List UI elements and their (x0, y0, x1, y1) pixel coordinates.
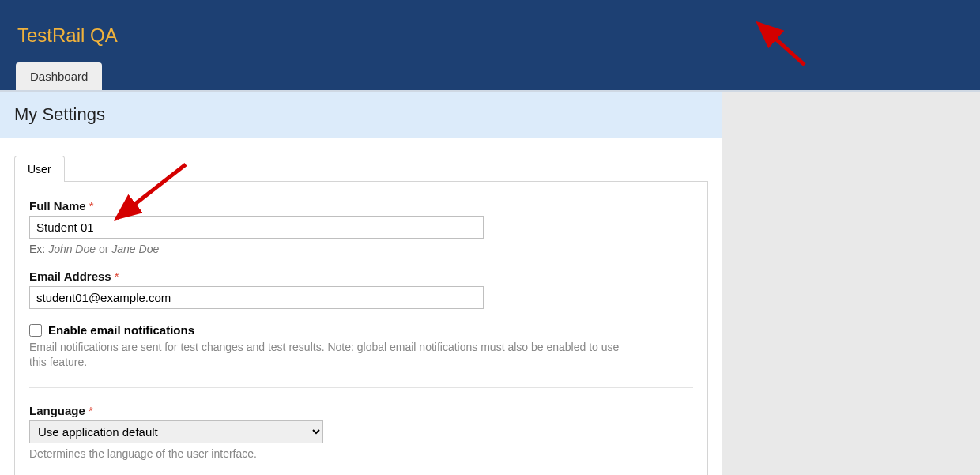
fullname-label-text: Full Name (29, 199, 86, 213)
notify-desc: Email notifications are sent for test ch… (29, 340, 630, 370)
nav-tabs: Dashboard (16, 62, 102, 90)
form-tabs: User (14, 156, 708, 182)
tab-dashboard[interactable]: Dashboard (16, 62, 102, 90)
field-fullname: Full Name * Ex: John Doe or Jane Doe (29, 199, 693, 255)
language-label-text: Language (29, 404, 85, 417)
field-email: Email Address * (29, 270, 693, 309)
hint-ex2: Jane Doe (111, 243, 159, 255)
required-mark: * (89, 404, 93, 417)
fullname-input[interactable] (29, 216, 484, 239)
field-language: Language * Use application default Deter… (29, 404, 693, 462)
field-notify: Enable email notifications Email notific… (29, 323, 693, 370)
hint-prefix: Ex: (29, 243, 48, 255)
email-label: Email Address * (29, 270, 693, 283)
brand-title: TestRail QA (17, 25, 118, 47)
required-mark: * (115, 270, 119, 283)
main-column: My Settings User Full Name * Ex: John Do… (0, 92, 722, 475)
language-label: Language * (29, 404, 693, 417)
language-desc: Determines the language of the user inte… (29, 447, 630, 462)
email-label-text: Email Address (29, 270, 111, 283)
divider (29, 387, 693, 388)
content: User Full Name * Ex: John Doe or Jane Do… (0, 138, 722, 475)
form-panel: Full Name * Ex: John Doe or Jane Doe Ema… (14, 181, 708, 475)
page-title-band: My Settings (0, 92, 722, 138)
email-input[interactable] (29, 286, 484, 309)
notify-label[interactable]: Enable email notifications (48, 323, 194, 337)
side-column (722, 92, 980, 475)
fullname-label: Full Name * (29, 199, 693, 213)
hint-mid: or (96, 243, 111, 255)
hint-ex1: John Doe (48, 243, 96, 255)
required-mark: * (89, 199, 94, 213)
page-title: My Settings (14, 104, 708, 125)
form-tab-user[interactable]: User (14, 156, 65, 182)
header: TestRail QA Dashboard (0, 0, 980, 92)
fullname-hint: Ex: John Doe or Jane Doe (29, 243, 693, 255)
notify-checkbox[interactable] (29, 324, 42, 337)
language-select[interactable]: Use application default (29, 420, 323, 443)
